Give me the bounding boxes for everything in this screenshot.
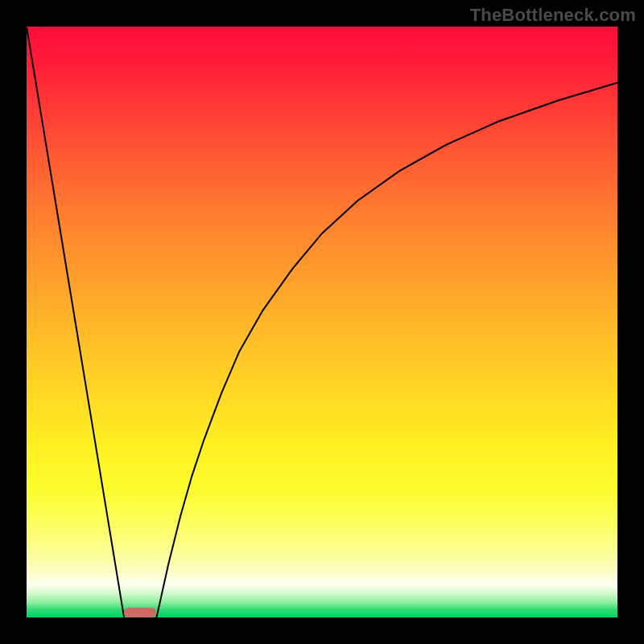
plot-area <box>27 27 617 617</box>
plot-svg <box>27 27 617 617</box>
watermark-text: TheBottleneck.com <box>470 5 636 26</box>
bottleneck-marker <box>124 608 156 617</box>
chart-frame: TheBottleneck.com <box>0 0 644 644</box>
curve-right-branch <box>156 83 617 617</box>
curve-left-branch <box>27 27 124 617</box>
